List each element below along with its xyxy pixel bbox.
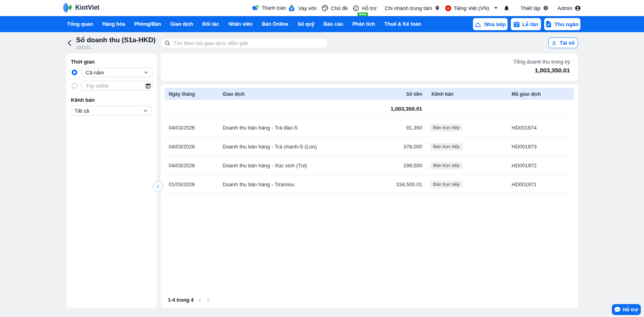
svg-text:$: $ — [291, 7, 293, 11]
svg-text:đ: đ — [257, 6, 258, 8]
